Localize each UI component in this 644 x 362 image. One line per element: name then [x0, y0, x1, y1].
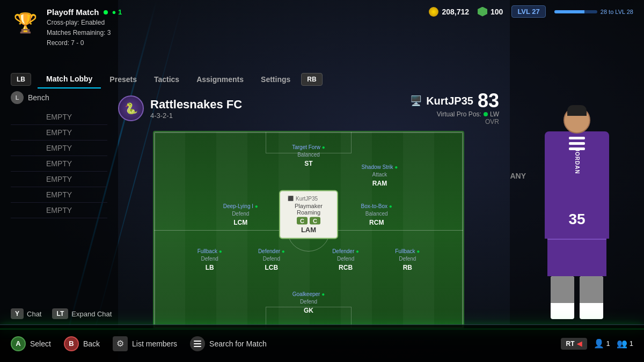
card-badges: C C [288, 217, 330, 224]
menu-icon[interactable] [190, 336, 205, 351]
currency-coins: 208,712 [429, 7, 469, 17]
nav-match-lobby-label: Match Lobby [46, 75, 92, 83]
jersey-stripe2 [569, 142, 585, 145]
list-action[interactable]: ⚙ List members [113, 336, 177, 351]
nav-assignments-label: Assignments [196, 75, 244, 84]
pos-rb-info: Fullback ● Defend [395, 248, 420, 263]
pos-ram-label: RAM [372, 180, 387, 187]
bench-label: L Bench [11, 91, 107, 104]
jersey-number: 35 [568, 211, 585, 228]
match-info: 🏆 Playoff Match ● 1 Cross-play: Enabled … [11, 5, 122, 49]
nav-settings[interactable]: Settings [252, 71, 299, 88]
pos-dot [484, 112, 488, 116]
xp-bar [554, 10, 597, 13]
pos-rb-label: RB [403, 264, 412, 271]
nav-tactics-label: Tactics [154, 75, 179, 84]
right-leg [580, 276, 603, 319]
bench-slot-3: EMPTY [11, 141, 107, 156]
select-action[interactable]: A Select [11, 336, 51, 351]
y-button[interactable]: Y [11, 308, 24, 319]
b-label: B [69, 339, 74, 348]
bottom-controls-left: A Select B Back ⚙ List members Search fo… [11, 336, 267, 351]
bench-text: Bench [28, 93, 49, 102]
pos-gk[interactable]: Goalkeeper ● Defend GK [292, 291, 325, 314]
pos-ram[interactable]: Shadow Strik ● Attack RAM [362, 164, 398, 187]
currency-shield: 100 [478, 7, 503, 17]
xp-fill [554, 10, 584, 13]
pos-lcb-info: Defender ● Defend [258, 248, 285, 263]
pos-rcm[interactable]: Box-to-Box ● Balanced RCM [361, 203, 392, 226]
ovr-value: 83 [478, 91, 499, 110]
nav-match-lobby[interactable]: Match Lobby [38, 70, 101, 88]
pos-lb-info: Fullback ● Defend [197, 248, 222, 263]
team-formation: 4-3-2-1 [150, 112, 242, 120]
back-action[interactable]: B Back [64, 336, 100, 351]
bench-slot-5: EMPTY [11, 172, 107, 187]
pos-rb[interactable]: Fullback ● Defend RB [395, 248, 420, 271]
pos-lcb-label: LCB [265, 264, 279, 271]
hud-top-right: 208,712 100 LVL 27 28 to LVL 28 [429, 5, 633, 18]
c-badge2: C [310, 217, 320, 224]
field-area: 🐍 Rattlesnakes FC 4-3-2-1 🖥️ KurtJP35 83… [107, 91, 510, 324]
xp-label: 28 to LVL 28 [601, 9, 633, 15]
level-badge: LVL 27 [511, 5, 545, 18]
pos-ram-info: Shadow Strik ● Attack [362, 164, 398, 179]
player-jersey: JORDAN 35 [545, 131, 609, 239]
pos-lcb[interactable]: Defender ● Defend LCB [258, 248, 285, 271]
pos-lcm[interactable]: Deep-Lying I ● Defend LCM [223, 203, 258, 226]
team-name: Rattlesnakes FC [150, 98, 242, 112]
b-button[interactable]: B [64, 336, 79, 351]
online-count: ● 1 [112, 8, 122, 16]
bench-slot-1: EMPTY [11, 109, 107, 125]
bench-sidebar: L Bench EMPTY EMPTY EMPTY EMPTY EMPTY EM… [11, 91, 107, 218]
search-action[interactable]: Search for Match [190, 336, 267, 351]
slot-6-text: EMPTY [46, 190, 72, 199]
team-left: 🐍 Rattlesnakes FC 4-3-2-1 [118, 95, 242, 121]
match-sub: Cross-play: Enabled Matches Remaining: 3… [47, 18, 122, 49]
lt-button[interactable]: LT [52, 308, 68, 319]
match-details: Playoff Match ● 1 Cross-play: Enabled Ma… [47, 5, 122, 49]
nav-assignments[interactable]: Assignments [188, 71, 252, 88]
nav-presets[interactable]: Presets [101, 71, 145, 88]
pos-rcm-label: RCM [369, 219, 384, 226]
list-icon[interactable]: ⚙ [113, 336, 128, 351]
vp-pos: Virtual Pro Pos: LW [437, 110, 499, 118]
bench-slot-4: EMPTY [11, 156, 107, 172]
lb-label: LB [17, 76, 25, 83]
pos-rcm-info: Box-to-Box ● Balanced [361, 203, 392, 218]
expand-chat-control[interactable]: LT Expand Chat [52, 308, 112, 319]
level-text: LVL 27 [517, 8, 539, 16]
nav-presets-label: Presets [109, 75, 137, 84]
slot-7-text: EMPTY [46, 206, 72, 215]
player-card-kurt[interactable]: ⬛ KurtJP35 Playmaker Roaming C C LAM [279, 190, 338, 239]
nav-settings-label: Settings [261, 75, 290, 84]
pos-lcm-label: LCM [233, 219, 247, 226]
pos-rcb[interactable]: Defender ● Defend RCB [332, 248, 359, 271]
record-text: Record: 7 - 0 [47, 38, 122, 48]
player-figure: JORDAN 35 [518, 88, 636, 319]
player-count-2: 👥 1 [617, 338, 633, 349]
pos-lb[interactable]: Fullback ● Defend LB [197, 248, 222, 271]
shield-value: 100 [491, 8, 503, 16]
player-count-1: 👤 1 [594, 338, 610, 349]
menu-line-1 [194, 341, 201, 342]
crossplay-text: Cross-play: Enabled [47, 18, 122, 28]
a-button[interactable]: A [11, 336, 26, 351]
bottom-controls-right: RT ◀ 👤 1 👥 1 [561, 338, 633, 350]
lb-button[interactable]: LB [11, 73, 31, 86]
chat-control[interactable]: Y Chat [11, 308, 41, 319]
l-button[interactable]: L [11, 91, 24, 104]
rt-button[interactable]: RT ◀ [561, 338, 587, 350]
shield-icon [478, 7, 487, 17]
y-label: Y [15, 310, 19, 317]
pos-st[interactable]: Target Forw ● Balanced ST [292, 144, 325, 167]
back-label: Back [83, 339, 100, 348]
c-badge: C [297, 217, 308, 224]
rb-button[interactable]: RB [301, 73, 322, 86]
pos-gk-label: GK [304, 307, 313, 314]
left-sock [551, 276, 574, 303]
nav-tactics[interactable]: Tactics [145, 71, 188, 88]
bottom-bar: A Select B Back ⚙ List members Search fo… [0, 324, 644, 362]
rb-label: RB [307, 76, 316, 83]
pos-value: LW [490, 110, 499, 118]
